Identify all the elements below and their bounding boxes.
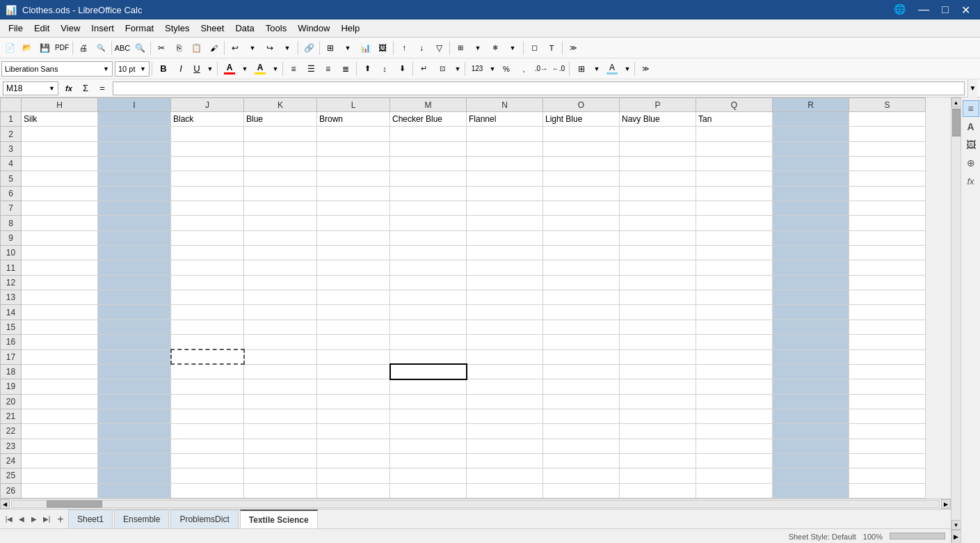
spell-btn[interactable]: ABC [114, 40, 131, 56]
cell-I22[interactable] [98, 424, 171, 439]
cell-I14[interactable] [98, 305, 171, 320]
cell-R9[interactable] [773, 230, 849, 245]
cell-H23[interactable] [22, 439, 98, 453]
cell-M23[interactable] [390, 439, 467, 453]
cell-H7[interactable] [22, 201, 98, 216]
cell-M14[interactable] [390, 305, 467, 320]
cell-P26[interactable] [620, 483, 696, 498]
cell-I6[interactable] [98, 186, 171, 200]
cell-H4[interactable] [22, 157, 98, 171]
cell-I26[interactable] [98, 483, 171, 498]
row-header-7[interactable]: 7 [1, 201, 22, 216]
cell-O15[interactable] [543, 320, 620, 334]
cell-P24[interactable] [620, 453, 696, 468]
cell-P23[interactable] [620, 439, 696, 453]
row-header-21[interactable]: 21 [1, 409, 22, 423]
cell-I3[interactable] [98, 141, 171, 156]
cell-N12[interactable] [467, 275, 543, 290]
highlight-dd[interactable]: ▼ [271, 61, 280, 77]
cell-K24[interactable] [244, 453, 317, 468]
cell-Q17[interactable] [696, 349, 773, 364]
cell-J20[interactable] [171, 394, 244, 409]
cell-N18[interactable] [467, 364, 543, 379]
cell-L20[interactable] [317, 394, 390, 409]
menu-item-format[interactable]: Format [120, 22, 159, 35]
cell-K17[interactable] [244, 349, 317, 364]
cell-Q11[interactable] [696, 260, 773, 275]
underline-dd[interactable]: ▼ [205, 61, 215, 77]
percent-btn[interactable]: % [498, 61, 515, 77]
cell-L3[interactable] [317, 141, 390, 156]
row-header-17[interactable]: 17 [1, 349, 22, 364]
cell-M20[interactable] [390, 394, 467, 409]
cell-M8[interactable] [390, 216, 467, 230]
cell-K23[interactable] [244, 439, 317, 453]
cell-L1[interactable]: Brown [317, 112, 390, 127]
cell-P10[interactable] [620, 246, 696, 260]
cell-M10[interactable] [390, 246, 467, 260]
cell-J19[interactable] [171, 379, 244, 394]
sheet-tab-ensemble[interactable]: Ensemble [114, 510, 169, 528]
col-header-O[interactable]: O [543, 98, 620, 112]
cell-N20[interactable] [467, 394, 543, 409]
cell-S7[interactable] [849, 201, 926, 216]
borders-dd[interactable]: ▼ [592, 61, 602, 77]
cell-H3[interactable] [22, 141, 98, 156]
cell-H17[interactable] [22, 349, 98, 364]
cell-H14[interactable] [22, 305, 98, 320]
underline-btn[interactable]: U [189, 61, 204, 77]
col-header-H[interactable]: H [22, 98, 98, 112]
minimize-btn[interactable]: — [914, 2, 933, 18]
row-header-22[interactable]: 22 [1, 424, 22, 439]
cell-H2[interactable] [22, 127, 98, 141]
cell-P14[interactable] [620, 305, 696, 320]
cell-O25[interactable] [543, 469, 620, 483]
col-header-R[interactable]: R [773, 98, 849, 112]
cell-M2[interactable] [390, 127, 467, 141]
row-header-24[interactable]: 24 [1, 453, 22, 468]
merge-btn[interactable]: ⊡ [433, 61, 452, 77]
hscroll-left-btn[interactable]: ◀ [0, 499, 10, 509]
font-size-box[interactable]: 10 pt ▼ [115, 61, 150, 77]
cell-N24[interactable] [467, 453, 543, 468]
cell-S20[interactable] [849, 394, 926, 409]
formula-func-icon[interactable]: fx [61, 80, 77, 97]
more-toolbar-btn[interactable]: ≫ [565, 40, 581, 56]
bg-color-dd[interactable]: ▼ [622, 61, 632, 77]
cell-M18[interactable] [390, 364, 467, 379]
cell-K13[interactable] [244, 290, 317, 305]
cell-R23[interactable] [773, 439, 849, 453]
cell-K12[interactable] [244, 275, 317, 290]
row-header-23[interactable]: 23 [1, 439, 22, 453]
cell-L17[interactable] [317, 349, 390, 364]
cell-Q20[interactable] [696, 394, 773, 409]
cell-L11[interactable] [317, 260, 390, 275]
cell-I19[interactable] [98, 379, 171, 394]
row-header-16[interactable]: 16 [1, 335, 22, 349]
cell-Q13[interactable] [696, 290, 773, 305]
cell-M13[interactable] [390, 290, 467, 305]
cell-I13[interactable] [98, 290, 171, 305]
cell-P1[interactable]: Navy Blue [620, 112, 696, 127]
cell-S26[interactable] [849, 483, 926, 498]
cell-L23[interactable] [317, 439, 390, 453]
cell-R18[interactable] [773, 364, 849, 379]
align-justify-btn[interactable]: ≣ [337, 61, 354, 77]
cell-M7[interactable] [390, 201, 467, 216]
valign-mid-btn[interactable]: ↕ [376, 61, 393, 77]
cell-N11[interactable] [467, 260, 543, 275]
cell-K20[interactable] [244, 394, 317, 409]
cell-N3[interactable] [467, 141, 543, 156]
vscroll-up-btn[interactable]: ▲ [951, 97, 961, 107]
cell-M1[interactable]: Checker Blue [390, 112, 467, 127]
cell-Q16[interactable] [696, 335, 773, 349]
cell-H25[interactable] [22, 469, 98, 483]
menu-item-tools[interactable]: Tools [260, 22, 292, 35]
sheet-tab-sheet1[interactable]: Sheet1 [68, 510, 113, 528]
menu-item-sheet[interactable]: Sheet [195, 22, 230, 35]
bg-color-btn[interactable]: A [602, 61, 622, 77]
formula-sum-icon[interactable]: Σ [78, 80, 93, 97]
cell-I21[interactable] [98, 409, 171, 423]
hscroll-thumb[interactable] [47, 501, 102, 507]
cell-P19[interactable] [620, 379, 696, 394]
